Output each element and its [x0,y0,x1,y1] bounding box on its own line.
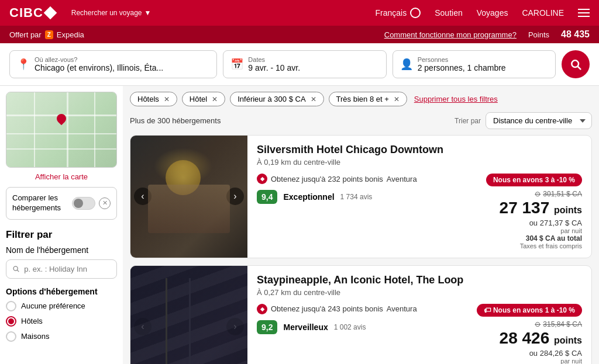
hotel-name-1[interactable]: Silversmith Hotel Chicago Downtown [257,144,582,156]
hotel-body-1: ◆ Obtenez jusqu'à 232 points bonis Avent… [257,174,582,249]
persons-value: 2 personnes, 1 chambre [418,63,506,72]
option-maisons[interactable]: Maisons [6,331,117,342]
radio-hotels [6,316,16,327]
compare-toggle-button[interactable] [72,197,95,210]
filter-tag-hotel-close[interactable]: ✕ [212,95,218,103]
radio-aucune [6,301,16,311]
points-bar: Offert par Z Expedia Comment fonctionne … [0,26,599,43]
toggle-circle [74,199,83,208]
filter-tag-price-label: Inférieur à 300 $ CA [237,95,305,103]
deal-badge-1: Nous en avons 3 à -10 % [486,174,582,186]
compare-close-button[interactable]: ✕ [99,197,111,209]
calendar-icon: 📅 [230,58,243,71]
points-value: 48 435 [561,29,590,40]
nav-right: Français Soutien Voyages CAROLINE [376,8,590,18]
rating-badge-1: 9,4 [257,190,277,204]
map-pin-icon [55,112,68,125]
earn-points-label-1: Obtenez jusqu'à 232 points bonis [271,175,383,183]
filter-tag-rating-close[interactable]: ✕ [394,95,400,103]
expedia-attribution: Offert par Z Expedia [9,30,84,39]
support-link[interactable]: Soutien [435,8,462,18]
language-selector[interactable]: Français [376,8,421,18]
chevron-down-icon: ▼ [144,9,152,17]
results-count: Plus de 300 hébergements [130,116,221,125]
review-count-2: 1 002 avis [334,323,366,331]
expedia-badge: Z [45,30,53,39]
dates-field[interactable]: 📅 Dates 9 avr. - 10 avr. [223,50,386,78]
hotel-card-2: ‹ › Staypineapple, An Iconic Hotel, The … [130,265,592,364]
hotel-right-2: 🏷 Nous en avons 1 à -10 % ⊙ 315,84 $ CA … [477,304,582,364]
persons-label: Personnes [418,56,506,63]
rating-row-1: 9,4 Exceptionnel 1 734 avis [257,190,473,204]
location-label: Où allez-vous? [35,56,163,63]
per-night-2: par nuit [477,358,582,364]
search-voyage-button[interactable]: Rechercher un voyage ▼ [69,9,152,17]
lang-label: Français [376,8,407,18]
sort-dropdown[interactable]: Distance du centre-ville Prix (croissant… [486,112,592,129]
option-aucune[interactable]: Aucune préférence [6,301,117,311]
svg-line-1 [578,67,581,70]
deal-badge-2: 🏷 Nous en avons 1 à -10 % [477,304,582,317]
dates-label: Dates [248,56,300,63]
filter-tag-hotels[interactable]: Hôtels ✕ [130,92,177,106]
points-label: Points [528,30,549,39]
hotel-left-1: ◆ Obtenez jusqu'à 232 points bonis Avent… [257,174,473,249]
filter-tag-price-close[interactable]: ✕ [311,95,316,103]
rating-label-1: Exceptionnel [283,192,334,202]
hotel-info-1: Silversmith Hotel Chicago Downtown À 0,1… [247,136,591,258]
results-area: Hôtels ✕ Hôtel ✕ Inférieur à 300 $ CA ✕ … [123,86,599,364]
search-bar: 📍 Où allez-vous? Chicago (et environs), … [0,43,599,86]
cibc-logo[interactable]: CIBC [9,5,55,20]
deal-badge-icon-2: 🏷 [484,306,491,314]
show-map-link[interactable]: Afficher la carte [6,172,117,181]
rating-label-2: Merveilleux [283,323,328,332]
filter-tag-price[interactable]: Inférieur à 300 $ CA ✕ [230,92,323,106]
offered-by-label: Offert par [9,30,42,39]
hotel-left-2: ◆ Obtenez jusqu'à 243 points bonis Avent… [257,304,467,364]
location-icon: 📍 [17,58,30,71]
voyages-link[interactable]: Voyages [477,8,508,18]
hotel-right-1: Nous en avons 3 à -10 % ⊙ 301,51 $ CA 27… [483,174,582,249]
sidebar: Afficher la carte Comparer les hébergeme… [0,86,123,364]
search-button[interactable] [562,50,590,78]
top-nav: CIBC Rechercher un voyage ▼ Français Sou… [0,0,599,26]
clock-icon-1: ⊙ [535,190,541,198]
globe-icon [410,8,421,18]
hotel-search-input[interactable] [24,265,111,273]
option-aucune-label: Aucune préférence [21,301,85,310]
how-it-works-link[interactable]: Comment fonctionne mon programme? [384,30,517,39]
option-hotels[interactable]: Hôtels [6,316,117,327]
rating-row-2: 9,2 Merveilleux 1 002 avis [257,320,467,334]
hotel-distance-2: À 0,27 km du centre-ville [257,288,582,297]
map-thumbnail[interactable] [6,92,117,168]
compare-toggle: Comparer les hébergements ✕ [6,187,117,220]
svg-point-2 [13,266,18,271]
aventura-icon-1: ◆ [257,174,267,184]
results-header: Plus de 300 hébergements Trier par Dista… [130,112,592,129]
user-name[interactable]: CAROLINE [522,8,564,18]
location-field[interactable]: 📍 Où allez-vous? Chicago (et environs), … [9,50,217,78]
earn-points-label-2: Obtenez jusqu'à 243 points bonis [271,304,383,313]
hotel-search-input-wrap[interactable] [6,259,117,279]
hotel-name-2[interactable]: Staypineapple, An Iconic Hotel, The Loop [257,274,582,286]
location-value: Chicago (et environs), Illinois, Éta... [35,63,163,72]
filter-tag-hotel[interactable]: Hôtel ✕ [182,92,225,106]
filters-row: Hôtels ✕ Hôtel ✕ Inférieur à 300 $ CA ✕ … [130,92,592,106]
expedia-name: Expedia [57,30,84,39]
original-price-2: ⊙ 315,84 $ CA [477,320,582,328]
sort-select: Trier par Distance du centre-ville Prix … [455,112,592,129]
filter-section: Filtrer par Nom de l'hébergement Options… [6,229,117,342]
or-price-2: ou 284,26 $ CA [477,349,582,358]
menu-button[interactable] [578,9,590,17]
filter-tag-rating-label: Très bien 8 et + [336,95,389,103]
clear-all-filters[interactable]: Supprimer tous les filtres [414,95,498,103]
filter-tag-hotel-label: Hôtel [190,95,207,103]
person-icon: 👤 [400,58,413,71]
points-price-2: 28 426 points [477,330,582,348]
filter-tag-rating[interactable]: Très bien 8 et + ✕ [329,92,407,106]
persons-field[interactable]: 👤 Personnes 2 personnes, 1 chambre [393,50,556,78]
filter-tag-hotels-close[interactable]: ✕ [164,95,170,103]
accommodation-options-title: Options d'hébergement [6,287,117,296]
clock-icon-2: ⊙ [535,320,541,328]
earn-points-1: ◆ Obtenez jusqu'à 232 points bonis Avent… [257,174,473,184]
